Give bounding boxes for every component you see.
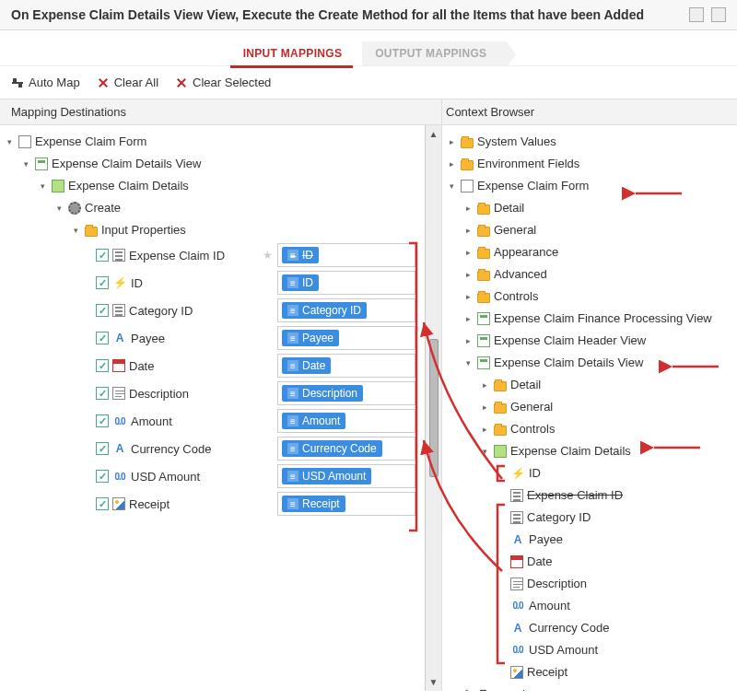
scroll-up-icon[interactable]: ▲	[429, 129, 439, 139]
tree-view[interactable]: Expense Claim Details View	[446, 352, 733, 374]
tree-expressions[interactable]: fxExpressions	[446, 683, 733, 691]
mapping-field[interactable]: Description	[96, 387, 257, 401]
scroll-thumb[interactable]	[429, 339, 439, 477]
tree-field[interactable]: Date	[446, 551, 733, 573]
tree-view[interactable]: Expense Claim Details View	[4, 153, 421, 175]
mapping-dropzone[interactable]: ≡ID	[277, 271, 415, 295]
tree-view[interactable]: Expense Claim Finance Processing View	[446, 308, 733, 330]
tree-field[interactable]: 0.0USD Amount	[446, 639, 733, 661]
tree-item[interactable]: Environment Fields	[446, 153, 733, 175]
expand-icon[interactable]	[446, 158, 457, 169]
tree-item[interactable]: Controls	[446, 286, 733, 308]
expand-icon[interactable]	[462, 291, 474, 302]
mapping-field[interactable]: ⚡ID	[96, 275, 257, 290]
collapse-icon[interactable]	[37, 181, 48, 192]
checkbox-icon[interactable]	[96, 497, 109, 510]
tree-item[interactable]: Controls	[446, 418, 733, 440]
checkbox-icon[interactable]	[96, 387, 109, 400]
mapped-chip[interactable]: ≡Receipt	[282, 496, 345, 512]
mapped-chip[interactable]: ≡Date	[282, 357, 331, 374]
checkbox-icon[interactable]	[96, 442, 109, 455]
expand-icon[interactable]	[479, 379, 490, 391]
mapped-chip[interactable]: ≡Amount	[282, 413, 345, 429]
collapse-icon[interactable]	[70, 225, 81, 236]
checkbox-icon[interactable]	[96, 249, 109, 262]
expand-icon[interactable]	[462, 203, 474, 214]
window-close-icon[interactable]	[711, 7, 726, 22]
checkbox-icon[interactable]	[96, 414, 109, 427]
window-restore-icon[interactable]	[689, 7, 704, 22]
tree-field[interactable]: Receipt	[446, 661, 733, 683]
checkbox-icon[interactable]	[96, 359, 109, 372]
tree-field[interactable]: Expense Claim ID	[446, 484, 733, 507]
expand-icon[interactable]	[462, 247, 474, 258]
auto-map-button[interactable]: Auto Map	[11, 76, 80, 89]
tree-item[interactable]: Detail	[446, 197, 733, 219]
expand-icon[interactable]	[462, 335, 474, 346]
mapping-field[interactable]: Category ID	[96, 304, 257, 318]
expand-icon[interactable]	[462, 269, 474, 280]
tree-method[interactable]: Create	[4, 197, 421, 219]
tree-item[interactable]: General	[446, 396, 733, 418]
mapped-chip[interactable]: ≡Currency Code	[282, 440, 382, 457]
tab-input-mappings[interactable]: INPUT MAPPINGS	[230, 41, 363, 65]
mapping-dropzone[interactable]: ≡USD Amount	[277, 464, 415, 488]
tree-field[interactable]: ACurrency Code	[446, 617, 733, 639]
tree-item[interactable]: General	[446, 219, 733, 241]
mapping-field[interactable]: Date	[96, 359, 257, 373]
mapping-dropzone[interactable]: ≡Payee	[277, 326, 415, 350]
expand-icon[interactable]	[446, 136, 457, 147]
checkbox-icon[interactable]	[96, 332, 109, 344]
tree-item[interactable]: Advanced	[446, 263, 733, 286]
expand-icon[interactable]	[462, 313, 474, 324]
tree-field[interactable]: 0.0Amount	[446, 595, 733, 617]
collapse-icon[interactable]	[462, 357, 474, 368]
checkbox-icon[interactable]	[96, 276, 109, 289]
collapse-icon[interactable]	[20, 158, 31, 169]
collapse-icon[interactable]	[53, 203, 64, 214]
tree-field[interactable]: ⚡ID	[446, 462, 733, 484]
clear-all-button[interactable]: Clear All	[97, 76, 158, 89]
mapping-field[interactable]: Expense Claim ID	[96, 249, 257, 262]
mapped-chip[interactable]: ≡Payee	[282, 330, 339, 346]
tree-form[interactable]: Expense Claim Form	[4, 131, 421, 153]
mapping-dropzone[interactable]: ≡Amount	[277, 409, 415, 433]
expand-icon[interactable]	[446, 689, 457, 691]
tree-field[interactable]: APayee	[446, 529, 733, 551]
checkbox-icon[interactable]	[96, 304, 109, 317]
tree-item[interactable]: Appearance	[446, 241, 733, 263]
collapse-icon[interactable]	[479, 446, 490, 457]
tree-field[interactable]: Category ID	[446, 507, 733, 529]
mapped-chip[interactable]: ≡ID	[282, 247, 319, 263]
scroll-down-icon[interactable]: ▼	[429, 677, 439, 687]
mapping-field[interactable]: Receipt	[96, 497, 257, 511]
mapped-chip[interactable]: ≡USD Amount	[282, 468, 371, 484]
mapped-chip[interactable]: ≡ID	[282, 274, 319, 291]
mapping-dropzone[interactable]: ≡Date	[277, 354, 415, 378]
mapping-dropzone[interactable]: ≡Currency Code	[277, 437, 415, 461]
mapped-chip[interactable]: ≡Description	[282, 385, 363, 402]
mapping-dropzone[interactable]: ≡Category ID	[277, 298, 415, 322]
tree-input-properties[interactable]: Input Properties	[4, 219, 421, 241]
tree-item[interactable]: Detail	[446, 374, 733, 396]
scrollbar[interactable]: ▲ ▼	[425, 125, 441, 691]
collapse-icon[interactable]	[446, 181, 457, 192]
expand-icon[interactable]	[462, 225, 474, 236]
expand-icon[interactable]	[479, 402, 490, 413]
mapping-dropzone[interactable]: ≡Receipt	[277, 492, 415, 516]
mapping-field[interactable]: 0.0Amount	[96, 414, 257, 428]
collapse-icon[interactable]	[4, 136, 15, 147]
expand-icon[interactable]	[479, 424, 490, 435]
mapping-field[interactable]: 0.0USD Amount	[96, 469, 257, 484]
tree-form[interactable]: Expense Claim Form	[446, 175, 733, 197]
mapping-field[interactable]: ACurrency Code	[96, 441, 257, 456]
tree-item[interactable]: System Values	[446, 131, 733, 153]
mapping-dropzone[interactable]: ≡ID	[277, 243, 415, 267]
tree-field[interactable]: Description	[446, 573, 733, 595]
clear-selected-button[interactable]: Clear Selected	[175, 76, 271, 89]
tab-output-mappings[interactable]: OUTPUT MAPPINGS	[362, 41, 507, 65]
tree-smartobject[interactable]: Expense Claim Details	[4, 175, 421, 197]
tree-view[interactable]: Expense Claim Header View	[446, 330, 733, 352]
checkbox-icon[interactable]	[96, 470, 109, 483]
tree-smartobject[interactable]: Expense Claim Details	[446, 440, 733, 462]
